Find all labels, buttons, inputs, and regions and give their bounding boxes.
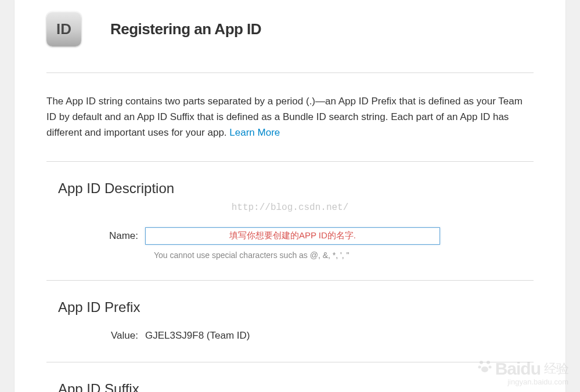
intro-text: The App ID string contains two parts sep… — [46, 96, 523, 138]
app-id-description-section: App ID Description http://blog.csdn.net/… — [15, 180, 565, 260]
section-title-suffix: App ID Suffix — [58, 381, 534, 392]
intro-paragraph: The App ID string contains two parts sep… — [15, 73, 565, 141]
app-id-suffix-section: App ID Suffix — [15, 381, 565, 392]
app-id-icon: ID — [46, 12, 81, 46]
page-title: Registering an App ID — [110, 20, 261, 38]
name-field-row: Name: — [58, 227, 534, 245]
section-divider-2 — [46, 280, 534, 281]
page-container: ID Registering an App ID The App ID stri… — [15, 0, 565, 392]
learn-more-link[interactable]: Learn More — [229, 127, 280, 138]
section-title-description: App ID Description — [58, 180, 534, 197]
name-label: Name: — [58, 230, 145, 242]
prefix-value-text: GJEL3SJ9F8 (Team ID) — [145, 330, 250, 342]
name-input[interactable] — [145, 227, 440, 245]
section-title-prefix: App ID Prefix — [58, 299, 534, 315]
app-id-prefix-section: App ID Prefix Value: GJEL3SJ9F8 (Team ID… — [15, 299, 565, 342]
prefix-value-row: Value: GJEL3SJ9F8 (Team ID) — [58, 330, 534, 342]
page-header: ID Registering an App ID — [15, 0, 565, 58]
watermark-url: http://blog.csdn.net/ — [46, 202, 534, 213]
prefix-value-label: Value: — [58, 330, 145, 342]
name-helper-text: You cannot use special characters such a… — [154, 251, 534, 260]
section-divider-1 — [46, 161, 534, 162]
section-divider-3 — [46, 362, 534, 362]
